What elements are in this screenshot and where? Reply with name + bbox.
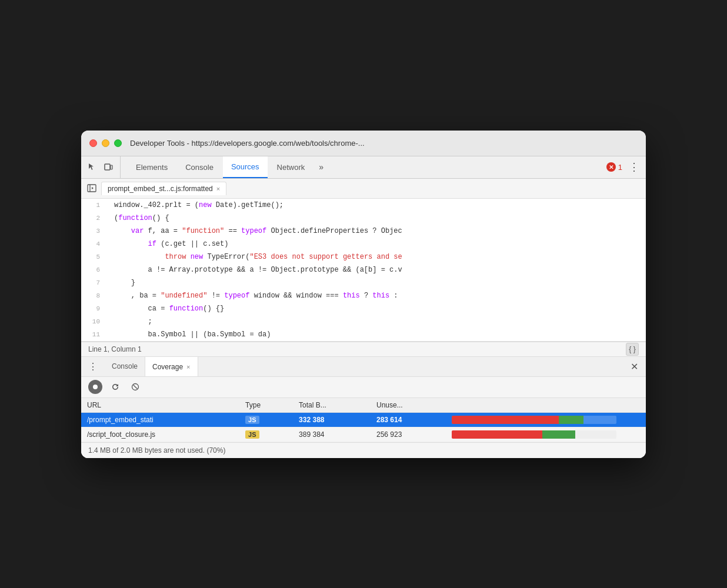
file-tab[interactable]: prompt_embed_st...c.js:formatted × bbox=[101, 182, 226, 195]
error-badge[interactable]: ✕ 1 bbox=[606, 162, 622, 172]
tab-elements[interactable]: Elements bbox=[128, 156, 176, 178]
code-line-1: 1 window._402.prlt = (new Date).getTime(… bbox=[81, 199, 646, 212]
row1-total: 332 388 bbox=[293, 412, 371, 427]
coverage-toolbar bbox=[81, 377, 646, 398]
svg-marker-4 bbox=[92, 187, 94, 189]
toolbar-icons bbox=[86, 156, 121, 178]
clear-button[interactable] bbox=[128, 380, 142, 394]
tab-network[interactable]: Network bbox=[269, 156, 314, 178]
maximize-button[interactable] bbox=[114, 139, 122, 147]
coverage-tab-close[interactable]: × bbox=[186, 363, 190, 370]
main-tab-bar: Elements Console Sources Network » ✕ 1 ⋮ bbox=[81, 156, 646, 179]
tab-console-bottom[interactable]: Console bbox=[105, 356, 145, 376]
error-icon: ✕ bbox=[606, 162, 616, 172]
tab-more[interactable]: » bbox=[314, 156, 328, 178]
code-line-2: 2 (function() { bbox=[81, 212, 646, 225]
row2-type: JS bbox=[239, 427, 293, 442]
inspect-icon[interactable] bbox=[86, 161, 98, 173]
tab-coverage[interactable]: Coverage × bbox=[145, 356, 198, 376]
code-editor[interactable]: 1 window._402.prlt = (new Date).getTime(… bbox=[81, 199, 646, 342]
status-bar: Line 1, Column 1 { } bbox=[81, 342, 646, 357]
tab-bar-right: ✕ 1 ⋮ bbox=[606, 156, 641, 178]
col-total: Total B... bbox=[293, 398, 371, 413]
format-button[interactable]: { } bbox=[626, 343, 639, 356]
file-tab-name: prompt_embed_st...c.js:formatted bbox=[108, 185, 213, 193]
row1-unused: 283 614 bbox=[371, 412, 446, 427]
row1-type: JS bbox=[239, 412, 293, 427]
title-bar: Developer Tools - https://developers.goo… bbox=[81, 131, 646, 156]
toggle-sidebar-icon[interactable] bbox=[86, 182, 98, 194]
coverage-table: URL Type Total B... Unuse... /prompt_emb… bbox=[81, 398, 646, 442]
minimize-button[interactable] bbox=[102, 139, 109, 147]
bottom-menu-button[interactable]: ⋮ bbox=[86, 359, 100, 373]
traffic-lights bbox=[89, 139, 122, 147]
bottom-panel: ⋮ Console Coverage × ✕ bbox=[81, 357, 646, 458]
file-tab-close[interactable]: × bbox=[216, 185, 220, 192]
row2-url: /script_foot_closure.js bbox=[81, 427, 239, 442]
coverage-row-2[interactable]: /script_foot_closure.js JS 389 384 256 9… bbox=[81, 427, 646, 442]
code-line-7: 7 } bbox=[81, 276, 646, 289]
device-toolbar-icon[interactable] bbox=[102, 161, 114, 173]
code-line-6: 6 a != Array.prototype && a != Object.pr… bbox=[81, 263, 646, 276]
svg-line-7 bbox=[134, 385, 138, 389]
code-line-9: 9 ca = function() {} bbox=[81, 302, 646, 315]
bottom-tab-bar: ⋮ Console Coverage × ✕ bbox=[81, 357, 646, 377]
col-unused: Unuse... bbox=[371, 398, 446, 413]
reload-button[interactable] bbox=[108, 380, 122, 394]
row2-unused: 256 923 bbox=[371, 427, 446, 442]
row2-bar bbox=[446, 427, 646, 442]
code-line-11: 11 ba.Symbol || (ba.Symbol = da) bbox=[81, 328, 646, 341]
svg-rect-1 bbox=[111, 165, 112, 169]
coverage-row-1[interactable]: /prompt_embed_stati JS 332 388 283 614 bbox=[81, 412, 646, 427]
more-options-button[interactable]: ⋮ bbox=[627, 160, 641, 174]
row1-bar bbox=[446, 412, 646, 427]
row2-total: 389 384 bbox=[293, 427, 371, 442]
table-header-row: URL Type Total B... Unuse... bbox=[81, 398, 646, 413]
code-line-10: 10 ; bbox=[81, 315, 646, 328]
code-line-4: 4 if (c.get || c.set) bbox=[81, 238, 646, 250]
close-button[interactable] bbox=[89, 139, 97, 147]
tab-sources[interactable]: Sources bbox=[223, 156, 268, 178]
row1-url: /prompt_embed_stati bbox=[81, 412, 239, 427]
col-url: URL bbox=[81, 398, 239, 413]
record-button[interactable] bbox=[88, 380, 102, 394]
tab-console[interactable]: Console bbox=[177, 156, 222, 178]
col-bar bbox=[446, 398, 646, 413]
window-title: Developer Tools - https://developers.goo… bbox=[130, 139, 365, 148]
devtools-window: Developer Tools - https://developers.goo… bbox=[81, 131, 646, 458]
code-line-3: 3 var f, aa = "function" == typeof Objec… bbox=[81, 225, 646, 238]
sources-panel: prompt_embed_st...c.js:formatted × 1 win… bbox=[81, 179, 646, 357]
sources-toolbar: prompt_embed_st...c.js:formatted × bbox=[81, 179, 646, 199]
col-type: Type bbox=[239, 398, 293, 413]
close-panel-button[interactable]: ✕ bbox=[627, 359, 641, 373]
cursor-position: Line 1, Column 1 bbox=[88, 345, 142, 353]
svg-rect-0 bbox=[105, 164, 110, 170]
code-line-8: 8 , ba = "undefined" != typeof window &&… bbox=[81, 289, 646, 302]
close-panel-area: ✕ bbox=[627, 359, 641, 373]
code-line-5: 5 throw new TypeError("ES3 does not supp… bbox=[81, 250, 646, 263]
coverage-footer: 1.4 MB of 2.0 MB bytes are not used. (70… bbox=[81, 442, 646, 458]
svg-point-5 bbox=[93, 385, 98, 389]
